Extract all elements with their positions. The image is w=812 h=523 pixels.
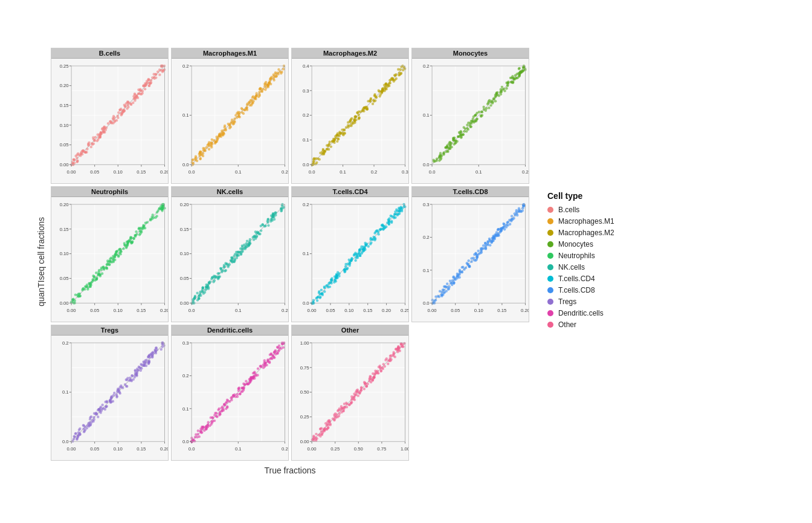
svg-point-2249 bbox=[319, 435, 321, 437]
svg-point-1425 bbox=[323, 287, 326, 289]
svg-point-1983 bbox=[228, 400, 231, 403]
svg-point-1645 bbox=[522, 203, 524, 206]
svg-point-584 bbox=[347, 126, 349, 128]
svg-point-160 bbox=[151, 76, 153, 79]
svg-point-1623 bbox=[502, 223, 504, 225]
svg-text:0.15: 0.15 bbox=[137, 169, 146, 175]
svg-point-166 bbox=[74, 155, 77, 157]
svg-point-120 bbox=[150, 79, 152, 82]
svg-point-779 bbox=[474, 114, 476, 117]
plot-title: T.cells.CD8 bbox=[412, 187, 529, 197]
svg-point-1325 bbox=[316, 299, 318, 302]
svg-point-176 bbox=[111, 122, 113, 124]
plot-row-2: Tregs0.000.050.100.150.200.00.10.2Dendri… bbox=[51, 325, 529, 461]
svg-point-1161 bbox=[234, 258, 236, 260]
svg-text:0.05: 0.05 bbox=[451, 308, 460, 313]
svg-text:0.20: 0.20 bbox=[60, 83, 69, 88]
svg-point-1810 bbox=[126, 385, 128, 388]
svg-point-1378 bbox=[334, 278, 337, 281]
svg-point-743 bbox=[436, 158, 438, 160]
svg-text:0.50: 0.50 bbox=[354, 446, 363, 452]
plot-title: Macrophages.M2 bbox=[292, 48, 408, 59]
svg-point-1025 bbox=[114, 259, 116, 261]
svg-point-2045 bbox=[226, 398, 228, 401]
svg-point-1235 bbox=[234, 253, 236, 255]
svg-point-1859 bbox=[79, 433, 81, 435]
svg-point-1443 bbox=[388, 217, 390, 219]
svg-point-1839 bbox=[83, 424, 85, 427]
svg-point-1158 bbox=[266, 218, 269, 221]
svg-text:0.2: 0.2 bbox=[62, 340, 69, 346]
svg-point-2009 bbox=[236, 393, 239, 395]
svg-point-1951 bbox=[197, 429, 199, 432]
svg-point-1654 bbox=[486, 240, 489, 242]
svg-point-164 bbox=[144, 84, 146, 86]
x-axis-label: True fractions bbox=[51, 466, 529, 475]
svg-point-2002 bbox=[242, 389, 245, 391]
svg-point-757 bbox=[501, 88, 504, 91]
svg-point-2031 bbox=[245, 380, 247, 382]
svg-point-1646 bbox=[500, 227, 502, 230]
svg-point-753 bbox=[488, 99, 491, 102]
svg-point-2203 bbox=[384, 359, 387, 361]
svg-point-2079 bbox=[268, 360, 271, 363]
plot-inner: 0.00.10.20.00.10.20.3 bbox=[172, 336, 288, 460]
svg-point-1011 bbox=[124, 244, 126, 247]
svg-point-191 bbox=[72, 158, 75, 161]
svg-point-1761 bbox=[160, 348, 163, 351]
svg-point-2037 bbox=[254, 374, 257, 377]
svg-point-1196 bbox=[252, 236, 254, 238]
svg-text:0.00: 0.00 bbox=[428, 308, 437, 313]
svg-text:0.1: 0.1 bbox=[182, 406, 189, 412]
legend-item: Other bbox=[547, 320, 644, 329]
plots-with-yaxis: quanTIseq cell fractions B.cells0.000.05… bbox=[36, 48, 529, 475]
svg-point-1130 bbox=[225, 269, 227, 271]
svg-point-803 bbox=[492, 97, 495, 100]
svg-point-1783 bbox=[140, 363, 142, 365]
plot-cell-nk-cells: NK.cells0.00.10.20.000.050.100.150.20 bbox=[171, 186, 289, 322]
svg-point-2149 bbox=[387, 362, 389, 365]
svg-text:0.3: 0.3 bbox=[423, 202, 430, 207]
svg-point-2074 bbox=[260, 365, 262, 368]
svg-point-1655 bbox=[515, 209, 518, 212]
svg-text:0.2: 0.2 bbox=[522, 169, 529, 175]
svg-point-163 bbox=[155, 76, 157, 79]
svg-point-1021 bbox=[77, 293, 80, 295]
svg-point-1430 bbox=[348, 262, 350, 265]
svg-point-782 bbox=[513, 77, 515, 80]
svg-point-1238 bbox=[272, 213, 274, 215]
svg-point-389 bbox=[210, 141, 213, 144]
svg-point-1811 bbox=[143, 361, 146, 363]
svg-text:0.2: 0.2 bbox=[423, 235, 430, 240]
svg-text:0.00: 0.00 bbox=[67, 169, 76, 175]
svg-point-2217 bbox=[358, 392, 361, 394]
svg-point-297 bbox=[246, 108, 248, 111]
svg-point-1644 bbox=[480, 247, 482, 250]
svg-point-793 bbox=[491, 102, 494, 104]
svg-point-1610 bbox=[453, 281, 455, 284]
svg-point-384 bbox=[248, 104, 251, 106]
svg-text:0.0: 0.0 bbox=[188, 446, 195, 452]
svg-point-758 bbox=[498, 94, 500, 97]
svg-point-288 bbox=[232, 123, 234, 125]
svg-point-808 bbox=[460, 134, 463, 136]
svg-point-919 bbox=[138, 233, 141, 236]
svg-text:0.05: 0.05 bbox=[90, 308, 99, 313]
svg-point-405 bbox=[272, 73, 275, 76]
svg-point-807 bbox=[509, 77, 512, 79]
legend-item: Dendritic.cells bbox=[547, 309, 644, 317]
svg-text:0.1: 0.1 bbox=[340, 169, 346, 175]
svg-point-2152 bbox=[363, 388, 366, 390]
svg-point-1418 bbox=[321, 292, 323, 294]
svg-point-2255 bbox=[320, 430, 323, 433]
svg-text:0.0: 0.0 bbox=[429, 169, 436, 175]
svg-point-2283 bbox=[360, 387, 362, 389]
svg-point-1648 bbox=[449, 279, 451, 282]
svg-point-114 bbox=[138, 92, 140, 94]
svg-text:0.20: 0.20 bbox=[60, 202, 69, 207]
svg-point-1838 bbox=[88, 425, 90, 427]
svg-point-2261 bbox=[379, 370, 382, 372]
svg-point-1871 bbox=[142, 365, 144, 367]
svg-text:0.15: 0.15 bbox=[363, 308, 372, 313]
svg-point-1373 bbox=[376, 229, 378, 232]
